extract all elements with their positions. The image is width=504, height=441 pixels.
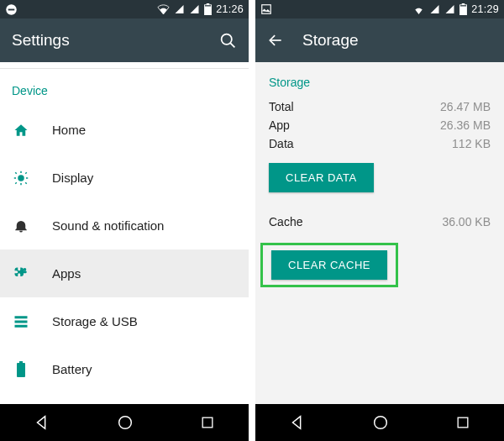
row-cache-value: 36.00 KB [442, 215, 491, 228]
status-clock: 21:29 [471, 3, 499, 15]
settings-item-display[interactable]: Display [0, 154, 249, 202]
signal-icon [174, 4, 185, 14]
signal2-icon [189, 4, 200, 14]
svg-rect-24 [262, 5, 271, 14]
clear-cache-button[interactable]: CLEAR CACHE [271, 250, 387, 280]
svg-line-15 [15, 182, 17, 184]
signal-icon [429, 4, 440, 14]
apps-icon [12, 266, 30, 281]
settings-item-label: Battery [52, 362, 92, 376]
screenshot-icon [260, 3, 272, 15]
phone-left: 21:26 Settings Device Home Display S [0, 0, 249, 441]
row-app-value: 26.36 MB [440, 118, 491, 132]
svg-point-7 [18, 175, 24, 181]
settings-item-label: Apps [52, 266, 81, 281]
svg-point-29 [375, 417, 387, 429]
svg-line-14 [25, 172, 27, 174]
row-data-value: 112 KB [452, 137, 491, 150]
nav-bar-right [255, 404, 504, 441]
storage-content: Storage Total 26.47 MB App 26.36 MB Data… [255, 62, 504, 404]
nav-back-icon[interactable] [288, 413, 307, 432]
svg-point-5 [222, 34, 232, 44]
nav-home-icon[interactable] [116, 413, 134, 432]
settings-item-label: Display [52, 171, 93, 185]
battery-icon [12, 361, 30, 378]
svg-rect-30 [458, 417, 468, 428]
action-bar-right: Storage [255, 18, 504, 62]
svg-rect-21 [17, 363, 25, 377]
svg-rect-27 [460, 7, 467, 16]
svg-rect-20 [19, 361, 23, 363]
settings-item-apps[interactable]: Apps [0, 249, 249, 297]
svg-rect-23 [202, 417, 213, 428]
settings-item-storage[interactable]: Storage & USB [0, 297, 249, 345]
settings-item-label: Storage & USB [52, 314, 138, 328]
nav-bar-left [0, 404, 249, 441]
divider [0, 62, 249, 69]
row-data: Data 112 KB [269, 134, 491, 153]
row-cache-key: Cache [269, 215, 302, 228]
dnd-icon [5, 3, 18, 16]
nav-recent-icon[interactable] [199, 414, 216, 431]
status-bar-right: 21:29 [255, 0, 504, 18]
svg-rect-19 [15, 324, 28, 327]
settings-item-home[interactable]: Home [0, 106, 249, 154]
row-data-key: Data [269, 137, 294, 150]
display-icon [12, 171, 30, 186]
settings-item-label: Sound & notification [52, 218, 164, 233]
clear-data-button[interactable]: CLEAR DATA [269, 163, 374, 192]
phone-right: 21:29 Storage Storage Total 26.47 MB App… [255, 0, 504, 441]
row-total-value: 26.47 MB [440, 100, 491, 113]
bell-icon [12, 218, 30, 234]
svg-rect-4 [205, 7, 212, 16]
svg-rect-1 [8, 8, 15, 10]
svg-rect-18 [15, 320, 28, 323]
section-header-device: Device [0, 69, 249, 106]
storage-icon [12, 314, 30, 329]
settings-list: Device Home Display Sound & notification… [0, 62, 249, 404]
row-total: Total 26.47 MB [269, 97, 491, 116]
svg-point-16 [24, 267, 27, 270]
row-app-key: App [269, 118, 290, 132]
row-cache: Cache 36.00 KB [269, 213, 491, 231]
search-icon[interactable] [219, 32, 237, 50]
svg-line-6 [230, 43, 234, 47]
back-icon[interactable] [267, 32, 284, 49]
page-title: Storage [302, 31, 492, 50]
highlight-box: CLEAR CACHE [260, 243, 398, 287]
nav-back-icon[interactable] [33, 413, 51, 432]
svg-line-12 [15, 172, 17, 174]
svg-line-13 [25, 182, 27, 184]
battery-status-icon [459, 3, 467, 15]
section-header-storage: Storage [269, 76, 491, 89]
home-icon [12, 123, 30, 138]
row-app: App 26.36 MB [269, 116, 491, 134]
svg-rect-17 [15, 316, 28, 318]
status-bar-left: 21:26 [0, 0, 249, 18]
wifi-icon [412, 4, 425, 14]
battery-status-icon [204, 3, 212, 15]
action-bar-left: Settings [0, 18, 249, 62]
status-clock: 21:26 [216, 3, 244, 15]
settings-item-battery[interactable]: Battery [0, 345, 249, 393]
nav-home-icon[interactable] [371, 413, 390, 432]
row-total-key: Total [269, 100, 294, 113]
signal2-icon [444, 4, 455, 14]
settings-item-label: Home [52, 123, 86, 137]
svg-point-22 [119, 417, 132, 429]
nav-recent-icon[interactable] [454, 414, 471, 431]
page-title: Settings [12, 31, 201, 50]
settings-item-sound[interactable]: Sound & notification [0, 202, 249, 249]
wifi-icon [157, 4, 170, 14]
